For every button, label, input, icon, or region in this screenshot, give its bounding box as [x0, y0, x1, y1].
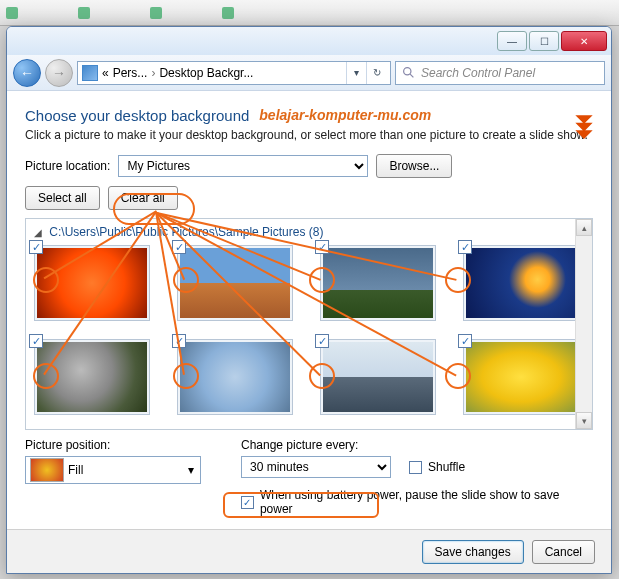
watermark-text: belajar-komputer-mu.com — [259, 107, 431, 123]
picture-thumb-chrysanthemum[interactable]: ✓ — [34, 245, 150, 321]
picture-thumb-jellyfish[interactable]: ✓ — [463, 245, 579, 321]
thumb-checkbox[interactable]: ✓ — [315, 240, 329, 254]
breadcrumb-segment[interactable]: Desktop Backgr... — [159, 66, 253, 80]
search-icon — [402, 66, 415, 79]
picture-thumb-penguins[interactable]: ✓ — [320, 339, 436, 415]
tab-favicon — [78, 7, 90, 19]
svg-line-1 — [410, 74, 413, 77]
tab-favicon — [222, 7, 234, 19]
tab-favicon — [150, 7, 162, 19]
content-area: Choose your desktop background belajar-k… — [7, 91, 611, 529]
picture-thumb-tulips[interactable]: ✓ — [463, 339, 579, 415]
window-titlebar: — ☐ ✕ — [7, 27, 611, 55]
page-subtitle: Click a picture to make it your desktop … — [25, 128, 593, 142]
browse-button[interactable]: Browse... — [376, 154, 452, 178]
search-placeholder: Search Control Panel — [421, 66, 535, 80]
position-preview-icon — [30, 458, 64, 482]
chevrons-icon: « — [102, 66, 109, 80]
breadcrumb-sep-icon: › — [151, 66, 155, 80]
gallery-scrollbar[interactable]: ▴ ▾ — [575, 219, 592, 429]
tab-favicon — [6, 7, 18, 19]
picture-position-label: Picture position: — [25, 438, 201, 452]
navigation-bar: ← → « Pers... › Desktop Backgr... ▾ ↻ Se… — [7, 55, 611, 91]
search-input[interactable]: Search Control Panel — [395, 61, 605, 85]
breadcrumb-bar[interactable]: « Pers... › Desktop Backgr... ▾ ↻ — [77, 61, 391, 85]
cancel-button[interactable]: Cancel — [532, 540, 595, 564]
scroll-down-button[interactable]: ▾ — [576, 412, 592, 429]
shuffle-label: Shuffle — [428, 460, 465, 474]
thumb-image — [37, 342, 147, 412]
gallery-group-path: C:\Users\Public\Public Pictures\Sample P… — [49, 225, 323, 239]
picture-thumb-desert[interactable]: ✓ — [177, 245, 293, 321]
dialog-footer: Save changes Cancel — [7, 529, 611, 573]
thumb-image — [323, 248, 433, 318]
location-icon — [82, 65, 98, 81]
thumb-checkbox[interactable]: ✓ — [29, 240, 43, 254]
maximize-button[interactable]: ☐ — [529, 31, 559, 51]
thumb-image — [180, 248, 290, 318]
thumb-image — [466, 342, 576, 412]
chevron-down-icon: ▾ — [182, 463, 200, 477]
change-interval-dropdown[interactable]: 30 minutes — [241, 456, 391, 478]
thumb-image — [37, 248, 147, 318]
refresh-button[interactable]: ↻ — [366, 62, 386, 84]
browser-tab-strip — [0, 0, 619, 26]
picture-thumb-hydrangeas[interactable]: ✓ — [177, 339, 293, 415]
position-value: Fill — [68, 463, 83, 477]
clear-all-button[interactable]: Clear all — [108, 186, 178, 210]
select-all-button[interactable]: Select all — [25, 186, 100, 210]
address-dropdown-button[interactable]: ▾ — [346, 62, 366, 84]
picture-location-dropdown[interactable]: My Pictures — [118, 155, 368, 177]
shuffle-checkbox[interactable] — [409, 461, 422, 474]
forward-button[interactable]: → — [45, 59, 73, 87]
picture-location-label: Picture location: — [25, 159, 110, 173]
thumb-checkbox[interactable]: ✓ — [315, 334, 329, 348]
thumb-checkbox[interactable]: ✓ — [458, 240, 472, 254]
collapse-icon[interactable]: ◢ — [34, 227, 42, 238]
picture-thumb-koala[interactable]: ✓ — [34, 339, 150, 415]
minimize-button[interactable]: — — [497, 31, 527, 51]
thumb-checkbox[interactable]: ✓ — [172, 334, 186, 348]
scroll-track[interactable] — [576, 236, 592, 412]
control-panel-window: — ☐ ✕ ← → « Pers... › Desktop Backgr... … — [6, 26, 612, 574]
battery-checkbox[interactable]: ✓ — [241, 496, 254, 509]
picture-position-dropdown[interactable]: Fill ▾ — [25, 456, 201, 484]
page-title: Choose your desktop background — [25, 107, 249, 124]
svg-point-0 — [404, 68, 411, 75]
thumb-image — [180, 342, 290, 412]
back-button[interactable]: ← — [13, 59, 41, 87]
save-changes-button[interactable]: Save changes — [422, 540, 524, 564]
close-button[interactable]: ✕ — [561, 31, 607, 51]
annotation-arrow-icon — [571, 113, 597, 139]
battery-label: When using battery power, pause the slid… — [260, 488, 593, 516]
picture-gallery: ◢ C:\Users\Public\Public Pictures\Sample… — [25, 218, 593, 430]
change-interval-label: Change picture every: — [241, 438, 593, 452]
scroll-up-button[interactable]: ▴ — [576, 219, 592, 236]
thumb-checkbox[interactable]: ✓ — [458, 334, 472, 348]
thumb-image — [323, 342, 433, 412]
gallery-group-header[interactable]: ◢ C:\Users\Public\Public Pictures\Sample… — [34, 225, 584, 239]
thumb-checkbox[interactable]: ✓ — [172, 240, 186, 254]
picture-thumb-lighthouse[interactable]: ✓ — [320, 245, 436, 321]
thumb-checkbox[interactable]: ✓ — [29, 334, 43, 348]
breadcrumb-segment[interactable]: Pers... — [113, 66, 148, 80]
thumb-image — [466, 248, 576, 318]
